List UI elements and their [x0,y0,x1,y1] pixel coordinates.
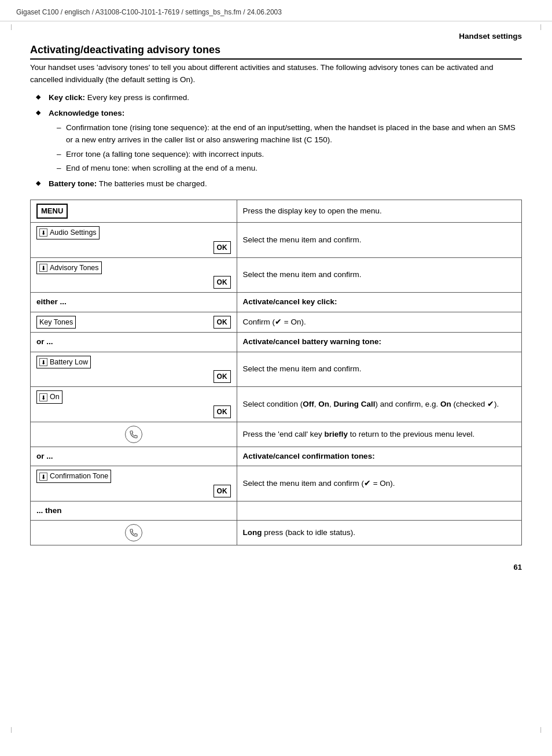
table-cell-left [31,521,237,545]
table-cell-left [31,422,237,447]
table-row: ... then [31,501,522,521]
advisory-tones-widget: ⬇ Advisory Tones [36,261,102,275]
table-row: either ... Activate/cancel key click: [31,293,522,312]
sub-item-3: End of menu tone: when scrolling at the … [57,163,522,175]
ok-button-widget: OK [214,370,231,383]
instruction-text: Select the menu item and confirm. [243,364,362,373]
intro-paragraph: Your handset uses 'advisory tones' to te… [30,62,522,86]
activate-key-click-heading: Activate/cancel key click: [243,297,337,306]
battery-low-label: Battery Low [50,357,88,368]
instruction-text: Long press (back to idle status). [243,528,355,537]
table-row: MENU Press the display key to open the m… [31,200,522,223]
instruction-text: Press the 'end call' key briefly to retu… [243,430,475,438]
table-cell-right: Long press (back to idle status). [237,521,521,545]
table-cell-right: Press the 'end call' key briefly to retu… [237,422,521,447]
page-title: Activating/deactivating advisory tones [30,44,522,60]
ok-button-widget: OK [214,485,231,497]
table-cell-right: Activate/cancel battery warning tone: [237,333,521,352]
table-cell-left: ⬇ Battery Low OK [31,352,237,387]
table-cell-right: Select the menu item and confirm. [237,257,521,293]
confirmation-tone-label: Confirmation Tone [50,471,108,482]
content-area: Handset settings Activating/deactivating… [0,21,552,589]
down-arrow-icon: ⬇ [39,358,47,366]
table-cell-left: or ... [31,333,237,352]
activate-confirmation-heading: Activate/cancel confirmation tones: [243,452,375,460]
table-cell-right: Activate/cancel confirmation tones: [237,447,521,466]
corner-mark-bl: | [10,726,12,733]
table-cell-left: ⬇ Audio Settings OK [31,222,237,257]
table-cell-left: MENU [31,200,237,223]
table-row: or ... Activate/cancel battery warning t… [31,333,522,352]
bullet-bold-3: Battery tone: [49,179,97,188]
down-arrow-icon: ⬇ [39,228,47,237]
instruction-table: MENU Press the display key to open the m… [30,200,522,545]
table-cell-right: Press the display key to open the menu. [237,200,521,223]
table-cell-right [237,501,521,521]
table-cell-left: either ... [31,293,237,312]
key-tones-widget: Key Tones [36,316,76,329]
bullet-text-1: Every key press is confirmed. [87,93,189,102]
down-arrow-icon: ⬇ [39,264,47,272]
table-row: ⬇ On OK Select condition (Off, On, Durin… [31,387,522,422]
header-bar: Gigaset C100 / englisch / A31008-C100-J1… [0,0,552,21]
table-row: ⬇ Advisory Tones OK Select the menu item… [31,257,522,293]
table-cell-right: Select the menu item and confirm. [237,352,521,387]
bullet-bold-1: Key click: [49,93,85,102]
instruction-text: Select the menu item and confirm. [243,270,362,279]
advisory-tones-label: Advisory Tones [50,263,99,274]
then-label: ... then [36,506,62,515]
menu-button-widget: MENU [36,204,68,219]
table-row: ⬇ Audio Settings OK Select the menu item… [31,222,522,257]
table-cell-left: or ... [31,447,237,466]
section-label: Handset settings [30,32,522,40]
page: | | | | Gigaset C100 / englisch / A31008… [0,0,552,756]
audio-settings-label: Audio Settings [50,227,97,238]
instruction-text: Confirm (✔ = On). [243,318,306,326]
table-cell-left: ⬇ Advisory Tones OK [31,257,237,293]
table-cell-right: Select the menu item and confirm. [237,222,521,257]
battery-low-widget: ⬇ Battery Low [36,356,91,369]
bullet-text-3: The batteries must be charged. [99,179,207,188]
table-row: ⬇ Confirmation Tone OK Select the menu i… [31,466,522,501]
table-cell-right: Select the menu item and confirm (✔ = On… [237,466,521,501]
ok-button-widget: OK [214,316,231,329]
or-label-2: or ... [36,452,53,460]
sub-item-2: Error tone (a falling tone sequence): wi… [57,149,522,161]
table-row: or ... Activate/cancel confirmation tone… [31,447,522,466]
ok-button-widget: OK [214,241,231,254]
table-cell-left: ... then [31,501,237,521]
end-call-icon-2 [125,524,142,541]
bullet-item-battery: Battery tone: The batteries must be char… [36,178,522,190]
on-widget: ⬇ On [36,390,62,404]
instruction-text: Press the display key to open the menu. [243,206,382,215]
end-call-icon [125,426,142,443]
activate-battery-heading: Activate/cancel battery warning tone: [243,337,381,346]
bullet-item-key-click: Key click: Every key press is confirmed. [36,92,522,104]
sub-item-1: Confirmation tone (rising tone sequence)… [57,122,522,146]
table-cell-left: ⬇ Confirmation Tone OK [31,466,237,501]
table-row: Press the 'end call' key briefly to retu… [31,422,522,447]
bullet-bold-2: Acknowledge tones: [49,109,124,117]
down-arrow-icon: ⬇ [39,393,47,401]
either-label: either ... [36,297,67,306]
table-row: Long press (back to idle status). [31,521,522,545]
corner-mark-tl: | [10,23,12,30]
ok-button-widget: OK [214,405,231,418]
bullet-list: Key click: Every key press is confirmed.… [30,92,522,190]
table-cell-left: Key Tones OK [31,312,237,333]
page-number: 61 [30,563,522,571]
on-label: On [50,392,60,403]
table-row: ⬇ Battery Low OK Select the menu item an… [31,352,522,387]
table-cell-left: ⬇ On OK [31,387,237,422]
or-label-1: or ... [36,337,53,346]
corner-mark-tr: | [540,23,542,30]
instruction-text: Select the menu item and confirm (✔ = On… [243,479,395,488]
instruction-text: Select the menu item and confirm. [243,235,362,244]
header-text: Gigaset C100 / englisch / A31008-C100-J1… [16,8,282,16]
audio-settings-widget: ⬇ Audio Settings [36,226,100,239]
down-arrow-icon: ⬇ [39,473,47,481]
table-row: Key Tones OK Confirm (✔ = On). [31,312,522,333]
table-cell-right: Select condition (Off, On, During Call) … [237,387,521,422]
instruction-text: Select condition (Off, On, During Call) … [243,400,499,408]
table-cell-right: Activate/cancel key click: [237,293,521,312]
